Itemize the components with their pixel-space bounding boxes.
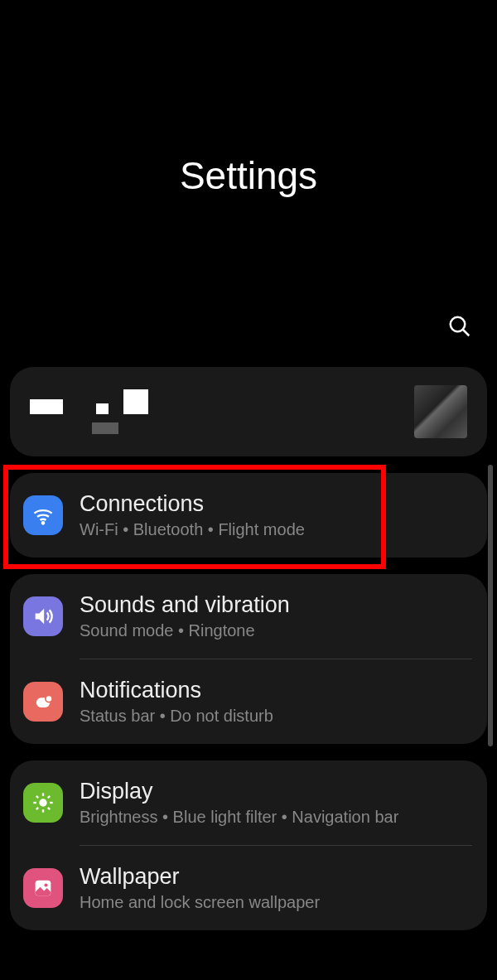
item-title: Sounds and vibration <box>80 592 470 618</box>
list-item-connections[interactable]: Connections Wi-Fi • Bluetooth • Flight m… <box>10 473 487 558</box>
item-title: Notifications <box>80 678 470 703</box>
svg-point-15 <box>44 883 47 886</box>
page-title: Settings <box>0 0 497 314</box>
item-title: Display <box>80 779 470 804</box>
item-text: Wallpaper Home and lock screen wallpaper <box>80 864 470 912</box>
item-text: Notifications Status bar • Do not distur… <box>80 678 470 726</box>
notifications-icon <box>23 682 63 722</box>
item-title: Wallpaper <box>80 864 470 890</box>
svg-point-5 <box>39 799 46 806</box>
profile-redacted <box>30 389 148 434</box>
list-item-sounds[interactable]: Sounds and vibration Sound mode • Ringto… <box>10 574 487 659</box>
item-text: Connections Wi-Fi • Bluetooth • Flight m… <box>80 491 470 539</box>
search-icon[interactable] <box>447 314 472 342</box>
avatar <box>414 385 467 438</box>
svg-point-4 <box>46 695 52 702</box>
svg-line-13 <box>48 796 50 798</box>
scrollbar[interactable] <box>488 465 493 746</box>
item-subtitle: Sound mode • Ringtone <box>80 621 470 640</box>
item-subtitle: Wi-Fi • Bluetooth • Flight mode <box>80 520 470 539</box>
svg-point-0 <box>451 317 466 332</box>
item-title: Connections <box>80 491 470 517</box>
wifi-icon <box>23 495 63 535</box>
settings-group: Sounds and vibration Sound mode • Ringto… <box>10 574 487 744</box>
item-subtitle: Status bar • Do not disturb <box>80 707 470 726</box>
list-item-display[interactable]: Display Brightness • Blue light filter •… <box>10 760 487 845</box>
svg-line-11 <box>48 808 50 809</box>
item-subtitle: Home and lock screen wallpaper <box>80 893 470 912</box>
settings-group: Display Brightness • Blue light filter •… <box>10 760 487 930</box>
sound-icon <box>23 596 63 636</box>
item-text: Display Brightness • Blue light filter •… <box>80 779 470 827</box>
list-item-notifications[interactable]: Notifications Status bar • Do not distur… <box>10 659 487 744</box>
item-subtitle: Brightness • Blue light filter • Navigat… <box>80 808 470 827</box>
profile-card[interactable] <box>10 367 487 456</box>
brightness-icon <box>23 783 63 823</box>
svg-point-2 <box>42 522 44 524</box>
list-item-wallpaper[interactable]: Wallpaper Home and lock screen wallpaper <box>10 846 487 930</box>
search-row <box>0 314 497 367</box>
svg-line-12 <box>36 808 38 809</box>
svg-line-1 <box>463 330 470 336</box>
item-text: Sounds and vibration Sound mode • Ringto… <box>80 592 470 640</box>
settings-group: Connections Wi-Fi • Bluetooth • Flight m… <box>10 473 487 558</box>
svg-line-10 <box>36 796 38 798</box>
wallpaper-icon <box>23 868 63 908</box>
